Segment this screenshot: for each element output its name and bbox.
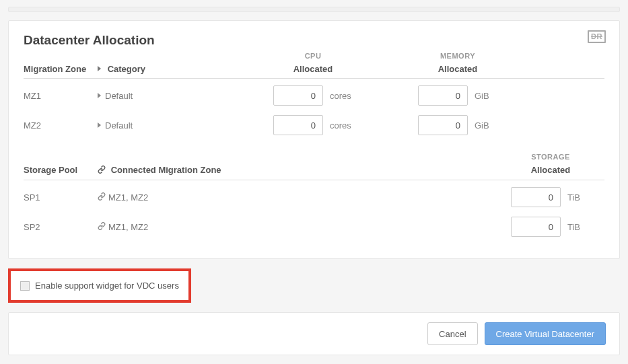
storage-input[interactable]: [511, 217, 561, 237]
storage-section-headers: STORAGE: [24, 153, 604, 161]
col-category-label: Category: [108, 64, 145, 74]
support-widget-panel: Enable support widget for VDC users: [8, 268, 191, 303]
support-widget-checkbox-row[interactable]: Enable support widget for VDC users: [20, 281, 179, 291]
mz-row: MZ2 Default cores GiB: [24, 115, 604, 135]
col-connected-mz[interactable]: Connected Migration Zone: [98, 165, 497, 176]
sp-cmz-label: MZ1, MZ2: [108, 192, 148, 203]
mz-category-label: Default: [105, 91, 133, 101]
mz-category-label: Default: [105, 120, 133, 131]
cpu-input[interactable]: [273, 115, 323, 135]
panel-title: Datacenter Allocation: [24, 33, 604, 48]
link-icon: [98, 192, 106, 203]
sp-cmz-label: MZ1, MZ2: [108, 222, 148, 232]
mz-category-cell[interactable]: Default: [98, 120, 239, 131]
mz-category-cell[interactable]: Default: [98, 91, 239, 101]
storage-header: STORAGE: [497, 153, 604, 161]
cancel-button[interactable]: Cancel: [427, 322, 477, 345]
chevron-right-icon: [98, 122, 101, 128]
sp-cmz-cell: MZ1, MZ2: [98, 222, 497, 232]
storage-unit: TiB: [567, 222, 590, 232]
sp-name: SP2: [24, 222, 98, 232]
create-virtual-datacenter-button[interactable]: Create Virtual Datacenter: [485, 322, 606, 345]
link-icon: [98, 166, 106, 176]
compute-sub-headers: Migration Zone Category Allocated Alloca…: [24, 64, 604, 79]
storage-sub-headers: Storage Pool Connected Migration Zone Al…: [24, 165, 604, 180]
sp-name: SP1: [24, 192, 98, 203]
storage-row: SP1 MZ1, MZ2 TiB: [24, 187, 604, 207]
mz-name: MZ1: [24, 91, 98, 101]
top-strip: [8, 7, 620, 12]
chevron-right-icon: [98, 66, 101, 71]
link-icon: [98, 222, 106, 232]
mz-row: MZ1 Default cores GiB: [24, 85, 604, 106]
storage-input[interactable]: [511, 187, 561, 207]
support-widget-label: Enable support widget for VDC users: [35, 281, 179, 291]
compute-section-headers: CPU MEMORY: [24, 52, 604, 60]
mem-input[interactable]: [418, 115, 468, 135]
col-cpu-allocated: Allocated: [239, 64, 387, 74]
mem-unit: GiB: [475, 91, 497, 101]
mem-input[interactable]: [418, 85, 468, 106]
col-connected-mz-label: Connected Migration Zone: [111, 165, 221, 175]
col-storage-allocated: Allocated: [497, 165, 604, 176]
col-category[interactable]: Category: [98, 64, 239, 74]
chevron-right-icon: [98, 93, 101, 98]
memory-header: MEMORY: [387, 52, 528, 60]
allocation-panel: DR Datacenter Allocation CPU MEMORY Migr…: [8, 20, 620, 259]
cpu-unit: cores: [330, 120, 353, 131]
col-mem-allocated: Allocated: [387, 64, 528, 74]
dr-badge: DR: [588, 30, 606, 43]
cpu-input[interactable]: [273, 85, 323, 106]
storage-row: SP2 MZ1, MZ2 TiB: [24, 217, 604, 237]
col-migration-zone[interactable]: Migration Zone: [24, 64, 98, 74]
cpu-unit: cores: [330, 91, 353, 101]
mem-unit: GiB: [475, 120, 497, 131]
mz-name: MZ2: [24, 120, 98, 131]
cpu-header: CPU: [239, 52, 387, 60]
support-widget-checkbox[interactable]: [20, 281, 30, 291]
sp-cmz-cell: MZ1, MZ2: [98, 192, 497, 203]
storage-unit: TiB: [567, 192, 590, 203]
actions-panel: Cancel Create Virtual Datacenter: [8, 312, 620, 355]
col-storage-pool[interactable]: Storage Pool: [24, 165, 98, 176]
